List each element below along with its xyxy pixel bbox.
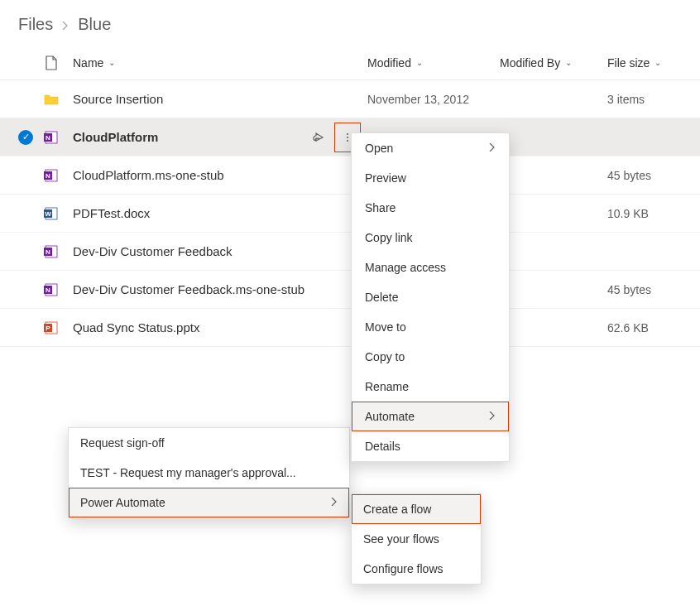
svg-text:N: N xyxy=(46,172,50,180)
menu-delete[interactable]: Delete xyxy=(352,282,509,312)
row-size: 62.6 KB xyxy=(607,321,682,334)
chevron-right-icon xyxy=(489,142,496,154)
menu-details[interactable]: Details xyxy=(352,431,509,461)
power-automate-submenu: Create a flow See your flows Configure f… xyxy=(351,493,482,585)
row-size: 10.9 KB xyxy=(607,207,682,220)
context-menu: Open Preview Share Copy link Manage acce… xyxy=(351,132,510,462)
onenote-icon: N xyxy=(43,243,73,260)
row-select[interactable]: ✓ xyxy=(18,130,43,145)
row-modified-label: November 13, 2012 xyxy=(367,93,469,106)
row-name-label: CloudPlatform.ms-one-stub xyxy=(73,168,224,182)
menu-copyto-label: Copy to xyxy=(365,350,405,363)
row-name-label: Quad Sync Status.pptx xyxy=(73,320,199,334)
menu-automate[interactable]: Automate xyxy=(352,402,509,431)
menu-details-label: Details xyxy=(365,440,400,453)
row-modified: November 13, 2012 xyxy=(367,93,500,106)
file-table: Name ⌄ Modified ⌄ Modified By ⌄ File siz… xyxy=(0,46,700,347)
submenu-power-automate[interactable]: Power Automate xyxy=(69,488,349,517)
pa-configure-flows-label: Configure flows xyxy=(363,562,443,575)
submenu-test-request[interactable]: TEST - Request my manager's approval... xyxy=(69,458,349,488)
svg-point-4 xyxy=(347,137,348,138)
menu-preview[interactable]: Preview xyxy=(352,163,509,193)
col-modified-header[interactable]: Modified ⌄ xyxy=(367,56,500,70)
word-icon: W xyxy=(43,205,73,222)
row-name[interactable]: PDFTest.docx xyxy=(73,206,367,220)
svg-text:N: N xyxy=(46,248,50,256)
menu-copyto[interactable]: Copy to xyxy=(352,342,509,372)
menu-delete-label: Delete xyxy=(365,291,398,304)
row-size-label: 45 bytes xyxy=(607,169,651,182)
table-row[interactable]: PQuad Sync Status.pptx62.6 KB xyxy=(0,309,700,347)
breadcrumb-root[interactable]: Files xyxy=(18,15,53,34)
chevron-down-icon: ⌄ xyxy=(654,58,661,67)
submenu-power-automate-label: Power Automate xyxy=(80,496,165,509)
row-size: 45 bytes xyxy=(607,283,682,296)
row-size-label: 10.9 KB xyxy=(607,207,649,220)
row-name[interactable]: Source Insertion xyxy=(73,92,367,106)
row-name[interactable]: CloudPlatform xyxy=(73,123,367,152)
row-size: 3 items xyxy=(607,93,682,106)
automate-submenu: Request sign-off TEST - Request my manag… xyxy=(68,427,350,518)
row-name-label: Dev-Div Customer Feedback xyxy=(73,244,233,258)
col-filesize-header[interactable]: File size ⌄ xyxy=(607,56,682,70)
menu-rename[interactable]: Rename xyxy=(352,372,509,402)
row-name[interactable]: CloudPlatform.ms-one-stub xyxy=(73,168,367,182)
submenu-test-request-label: TEST - Request my manager's approval... xyxy=(80,466,296,479)
svg-text:N: N xyxy=(46,134,50,142)
chevron-right-icon xyxy=(61,15,70,34)
table-row[interactable]: Source InsertionNovember 13, 20123 items xyxy=(0,80,700,118)
menu-open[interactable]: Open xyxy=(352,133,509,163)
menu-open-label: Open xyxy=(365,142,393,155)
share-icon[interactable] xyxy=(306,125,331,150)
table-row[interactable]: ✓NCloudPlatform xyxy=(0,118,700,156)
row-size: 45 bytes xyxy=(607,169,682,182)
menu-share[interactable]: Share xyxy=(352,193,509,223)
col-type-icon[interactable] xyxy=(43,55,73,71)
menu-automate-label: Automate xyxy=(365,410,415,423)
svg-point-5 xyxy=(347,140,348,142)
col-modifiedby-header[interactable]: Modified By ⌄ xyxy=(500,56,607,70)
row-name-label: Source Insertion xyxy=(73,92,163,106)
pa-see-flows[interactable]: See your flows xyxy=(352,524,481,554)
pa-configure-flows[interactable]: Configure flows xyxy=(352,554,481,584)
menu-share-label: Share xyxy=(365,201,396,214)
submenu-request-signoff[interactable]: Request sign-off xyxy=(69,428,349,458)
pa-see-flows-label: See your flows xyxy=(363,532,439,546)
menu-moveto-label: Move to xyxy=(365,320,406,334)
menu-manageaccess[interactable]: Manage access xyxy=(352,253,509,282)
menu-preview-label: Preview xyxy=(365,171,406,185)
svg-text:W: W xyxy=(45,210,51,218)
onenote-icon: N xyxy=(43,129,73,146)
pa-create-flow-label: Create a flow xyxy=(363,503,431,516)
col-name-header[interactable]: Name ⌄ xyxy=(73,56,367,70)
menu-copylink[interactable]: Copy link xyxy=(352,223,509,253)
svg-text:P: P xyxy=(46,325,50,332)
breadcrumb-current[interactable]: Blue xyxy=(78,15,111,34)
menu-copylink-label: Copy link xyxy=(365,231,413,244)
table-row[interactable]: NDev-Div Customer Feedback.ms-one-stub45… xyxy=(0,271,700,309)
onenote-icon: N xyxy=(43,281,73,298)
file-icon xyxy=(43,55,60,71)
powerpoint-icon: P xyxy=(43,320,73,336)
menu-moveto[interactable]: Move to xyxy=(352,312,509,342)
folder-icon xyxy=(43,91,73,108)
row-name[interactable]: Dev-Div Customer Feedback.ms-one-stub xyxy=(73,282,367,296)
row-size-label: 3 items xyxy=(607,93,645,106)
col-modifiedby-label: Modified By xyxy=(500,56,560,70)
table-row[interactable]: NCloudPlatform.ms-one-stub45 bytes xyxy=(0,156,700,195)
table-row[interactable]: WPDFTest.docx10.9 KB xyxy=(0,195,700,233)
row-name[interactable]: Dev-Div Customer Feedback xyxy=(73,244,367,258)
onenote-icon: N xyxy=(43,167,73,184)
chevron-down-icon: ⌄ xyxy=(108,58,115,67)
checkmark-icon: ✓ xyxy=(18,130,33,145)
submenu-request-signoff-label: Request sign-off xyxy=(80,436,165,450)
table-row[interactable]: NDev-Div Customer Feedback xyxy=(0,233,700,271)
pa-create-flow[interactable]: Create a flow xyxy=(352,494,481,524)
row-name[interactable]: Quad Sync Status.pptx xyxy=(73,320,367,334)
col-name-label: Name xyxy=(73,56,103,70)
col-filesize-label: File size xyxy=(607,56,650,70)
row-name-label: Dev-Div Customer Feedback.ms-one-stub xyxy=(73,282,304,296)
svg-text:N: N xyxy=(46,286,50,294)
breadcrumb: Files Blue xyxy=(0,0,700,46)
col-modified-label: Modified xyxy=(367,56,411,70)
